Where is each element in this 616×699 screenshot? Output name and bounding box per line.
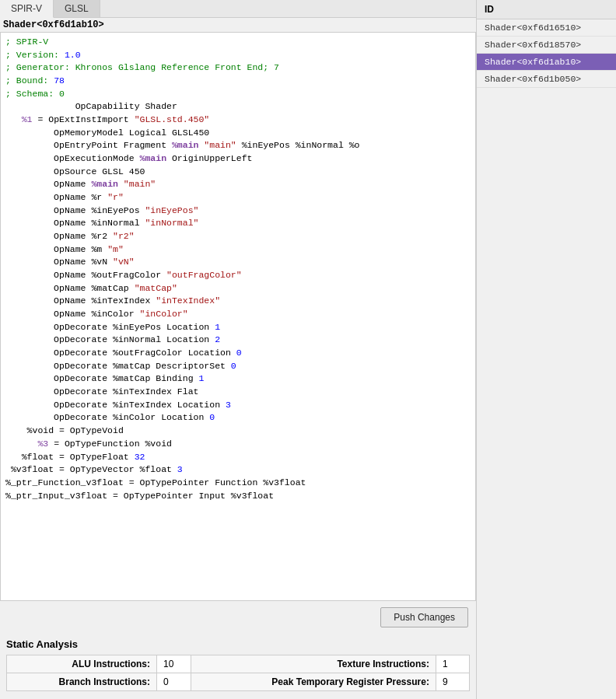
- main-container: SPIR-V GLSL Shader<0xf6d1ab10> ; SPIR-V …: [0, 0, 616, 699]
- left-panel: SPIR-V GLSL Shader<0xf6d1ab10> ; SPIR-V …: [0, 0, 476, 699]
- texture-value: 1: [436, 655, 469, 673]
- peak-value: 9: [436, 673, 469, 691]
- right-panel-header: ID: [477, 0, 616, 19]
- alu-label: ALU Instructions:: [7, 655, 157, 673]
- branch-label: Branch Instructions:: [7, 673, 157, 691]
- alu-value: 10: [156, 655, 191, 673]
- peak-label: Peak Temporary Register Pressure:: [191, 673, 436, 691]
- shader-list-item-2[interactable]: Shader<0xf6d1ab10>: [477, 54, 616, 71]
- push-changes-button[interactable]: Push Changes: [380, 607, 468, 627]
- texture-label: Texture Instructions:: [191, 655, 436, 673]
- code-editor[interactable]: ; SPIR-V ; Version: 1.0 ; Generator: Khr…: [0, 32, 476, 601]
- shader-list-item-0[interactable]: Shader<0xf6d16510>: [477, 19, 616, 37]
- analysis-row-1: ALU Instructions: 10 Texture Instruction…: [7, 655, 470, 673]
- button-bar: Push Changes: [0, 601, 476, 634]
- tab-glsl[interactable]: GLSL: [54, 0, 100, 17]
- shader-title: Shader<0xf6d1ab10>: [0, 18, 476, 32]
- branch-value: 0: [156, 673, 191, 691]
- tab-bar: SPIR-V GLSL: [0, 0, 476, 18]
- shader-list-item-3[interactable]: Shader<0xf6d1b050>: [477, 71, 616, 88]
- static-analysis-title: Static Analysis: [6, 638, 470, 650]
- analysis-table: ALU Instructions: 10 Texture Instruction…: [6, 655, 470, 691]
- shader-list-item-1[interactable]: Shader<0xf6d18570>: [477, 37, 616, 54]
- tab-spir-v[interactable]: SPIR-V: [0, 0, 54, 18]
- right-panel: ID Shader<0xf6d16510> Shader<0xf6d18570>…: [476, 0, 616, 699]
- analysis-row-2: Branch Instructions: 0 Peak Temporary Re…: [7, 673, 470, 691]
- static-analysis-section: Static Analysis ALU Instructions: 10 Tex…: [0, 634, 476, 699]
